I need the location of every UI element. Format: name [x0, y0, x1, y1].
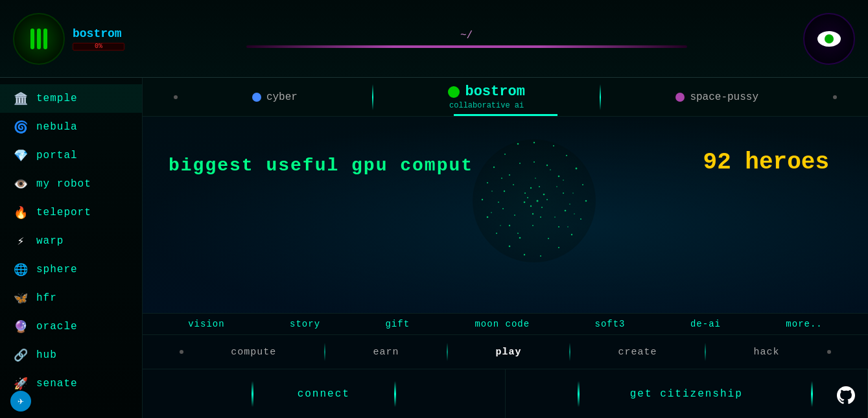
header: bostrom 0% ~/: [0, 0, 868, 78]
section-create[interactable]: create: [618, 347, 657, 358]
svg-point-13: [486, 216, 488, 218]
hfr-icon: 🦋: [13, 290, 29, 306]
hub-icon: 🔗: [13, 347, 29, 363]
search-bar[interactable]: [246, 45, 687, 48]
link-vision[interactable]: vision: [188, 319, 224, 329]
tab-cyber[interactable]: cyber: [239, 86, 311, 108]
eye-pupil: [825, 34, 834, 43]
sidebar-item-hfr[interactable]: 🦋 hfr: [0, 284, 142, 312]
section-earn[interactable]: earn: [373, 347, 399, 358]
sidebar-item-hub[interactable]: 🔗 hub: [0, 341, 142, 369]
svg-point-5: [504, 154, 506, 155]
svg-point-54: [517, 233, 519, 234]
svg-point-38: [530, 205, 531, 207]
sidebar-item-portal[interactable]: 💎 portal: [0, 141, 142, 170]
link-more[interactable]: more..: [786, 319, 822, 329]
header-right: [777, 13, 855, 65]
header-user: bostrom 0%: [73, 27, 124, 51]
svg-point-21: [546, 165, 547, 166]
link-de-ai[interactable]: de-ai: [690, 319, 721, 329]
logo-stripe-1: [30, 29, 34, 49]
portal-icon: 💎: [13, 148, 29, 163]
svg-point-37: [536, 200, 538, 202]
my-robot-icon: 👁️: [13, 176, 29, 192]
sidebar-label-hub: hub: [36, 349, 57, 361]
svg-point-42: [532, 213, 533, 215]
svg-point-60: [491, 212, 492, 213]
svg-point-0: [473, 139, 596, 262]
cyber-dot: [252, 93, 261, 102]
svg-point-55: [563, 180, 564, 181]
sphere-svg: [463, 130, 605, 272]
oracle-icon: 🔮: [13, 319, 29, 334]
section-divider-4: [705, 343, 706, 361]
username[interactable]: bostrom: [73, 27, 124, 40]
sidebar-item-sphere[interactable]: 🌐 sphere: [0, 255, 142, 284]
svg-point-20: [534, 161, 535, 163]
connect-button[interactable]: connect: [143, 369, 506, 418]
svg-point-26: [503, 191, 504, 192]
sidebar-label-my-robot: my robot: [36, 178, 91, 190]
sidebar-item-my-robot[interactable]: 👁️ my robot: [0, 170, 142, 198]
sidebar-item-teleport[interactable]: 🔥 teleport: [0, 198, 142, 227]
link-moon-code[interactable]: moon code: [475, 319, 530, 329]
section-dot-right: [827, 350, 831, 354]
svg-point-49: [535, 178, 536, 179]
main-content: cyber bostrom collaborative ai space-pus…: [143, 78, 868, 418]
link-gift[interactable]: gift: [385, 319, 410, 329]
section-dot-left: [180, 350, 183, 354]
svg-point-51: [569, 203, 570, 205]
space-pussy-dot: [675, 93, 685, 102]
link-story[interactable]: story: [290, 319, 320, 329]
svg-point-4: [565, 155, 567, 156]
connect-bar-left: [252, 381, 253, 407]
svg-point-12: [580, 218, 581, 220]
svg-point-27: [564, 210, 566, 212]
tab-dot-left: [174, 95, 178, 99]
tab-space-pussy[interactable]: space-pussy: [663, 86, 771, 108]
svg-point-14: [570, 234, 572, 235]
hero-bottom-links: vision story gift moon code soft3 de-ai …: [143, 313, 868, 334]
tab-bostrom[interactable]: bostrom collaborative ai: [435, 78, 537, 115]
svg-point-45: [556, 186, 557, 187]
svg-point-7: [493, 167, 494, 168]
connect-label: connect: [298, 388, 350, 400]
telegram-button[interactable]: ✈: [10, 391, 31, 412]
svg-point-57: [572, 192, 573, 193]
svg-point-28: [502, 208, 504, 209]
hero-section: biggest useful gpu comput 92 heroes: [143, 117, 868, 334]
svg-point-32: [519, 237, 521, 239]
tab-divider-right: [600, 84, 601, 110]
section-hack[interactable]: hack: [754, 347, 780, 358]
tab-space-pussy-label: space-pussy: [690, 91, 758, 103]
svg-point-61: [567, 226, 569, 227]
svg-point-52: [498, 202, 499, 203]
svg-point-1: [533, 142, 534, 143]
svg-point-56: [501, 178, 502, 179]
sidebar: 🏛️ temple 🌀 nebula 💎 portal 👁️ my robot …: [0, 78, 143, 418]
active-tab-bar: [454, 114, 557, 116]
svg-point-2: [553, 145, 554, 146]
section-compute[interactable]: compute: [231, 347, 276, 358]
svg-point-19: [523, 254, 524, 255]
teleport-icon: 🔥: [13, 205, 29, 220]
search-tilde: ~/: [460, 30, 473, 41]
sidebar-item-temple[interactable]: 🏛️ temple: [0, 84, 142, 113]
sidebar-item-warp[interactable]: ⚡ warp: [0, 227, 142, 255]
section-play[interactable]: play: [495, 347, 521, 358]
svg-point-29: [557, 226, 559, 227]
link-soft3[interactable]: soft3: [595, 319, 626, 329]
sidebar-item-oracle[interactable]: 🔮 oracle: [0, 312, 142, 341]
logo-stripe-2: [37, 29, 41, 49]
citizenship-label: get citizenship: [630, 388, 743, 400]
svg-point-33: [530, 187, 531, 189]
github-button[interactable]: [837, 386, 855, 408]
eye-circle[interactable]: [803, 13, 855, 65]
citizenship-button[interactable]: get citizenship: [506, 369, 869, 418]
svg-point-39: [541, 207, 543, 208]
sidebar-label-hfr: hfr: [36, 292, 57, 304]
logo-circle[interactable]: [13, 13, 65, 65]
temple-icon: 🏛️: [13, 91, 29, 106]
sidebar-item-nebula[interactable]: 🌀 nebula: [0, 113, 142, 141]
citizenship-bar-right: [811, 381, 813, 407]
